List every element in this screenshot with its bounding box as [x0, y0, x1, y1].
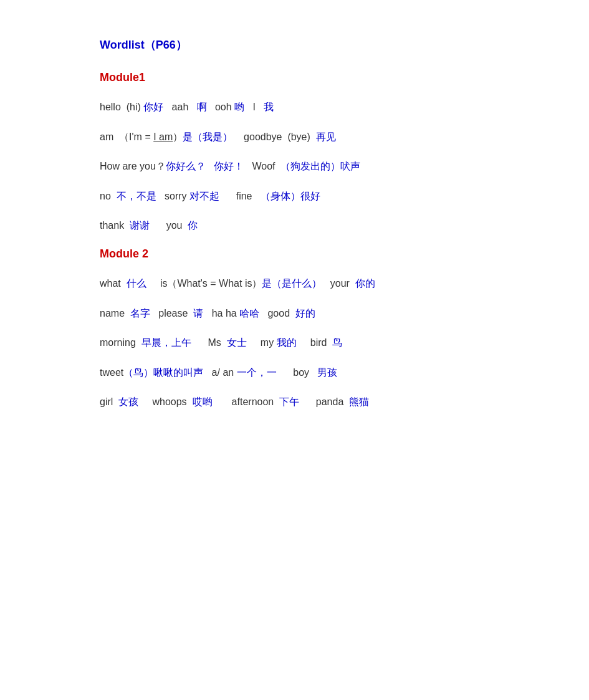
module2-line2: name 名字 please 请 ha ha 哈哈 good 好的: [100, 305, 489, 322]
module2-title: Module 2: [100, 247, 489, 261]
module1-line3: How are you？你好么？ 你好！ Woof （狗发出的）吠声: [100, 158, 489, 175]
module2-line5: girl 女孩 whoops 哎哟 afternoon 下午 panda 熊猫: [100, 394, 489, 410]
module2-line1: what 什么 is（What's = What is）是（是什么） your …: [100, 276, 489, 292]
page-container: Wordlist（P66） Module1 hello (hi) 你好 aah …: [0, 0, 589, 461]
page-title: Wordlist（P66）: [100, 37, 489, 52]
module1-line1: hello (hi) 你好 aah 啊 ooh 哟 I 我: [100, 99, 489, 115]
module1-line5: thank 谢谢 you 你: [100, 218, 489, 234]
module2-line4: tweet（鸟）啾啾的叫声 a/ an 一个，一 boy 男孩: [100, 365, 489, 381]
module1-section: Module1 hello (hi) 你好 aah 啊 ooh 哟 I 我 am…: [100, 71, 489, 234]
module2-line3: morning 早晨，上午 Ms 女士 my 我的 bird 鸟: [100, 335, 489, 351]
module1-title: Module1: [100, 71, 489, 84]
module1-line2: am （I'm = I am）是（我是） goodbye (bye) 再见: [100, 129, 489, 145]
module1-line4: no 不，不是 sorry 对不起 fine （身体）很好: [100, 188, 489, 204]
module2-section: Module 2 what 什么 is（What's = What is）是（是…: [100, 247, 489, 410]
